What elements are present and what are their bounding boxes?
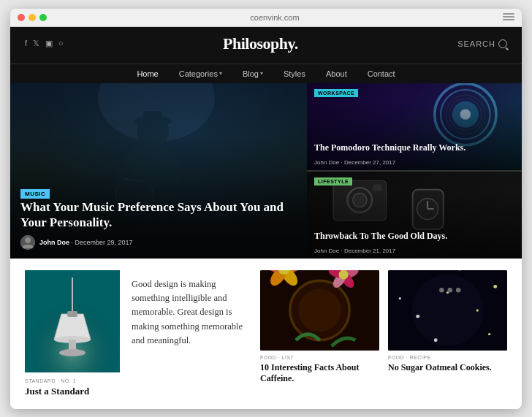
facebook-icon[interactable]: f <box>25 39 27 48</box>
bottom-card-caffeine[interactable]: FOOD · LIST 10 Interesting Facts About C… <box>260 270 379 397</box>
bottom-left-article[interactable]: STANDARD · NO. 1 Just a Standard Format … <box>25 270 120 397</box>
side-article-1-title: The Pomodoro Technique Really Works. <box>314 142 514 154</box>
side-article-1-badge: WORKSPACE <box>314 89 358 97</box>
instagram-icon[interactable]: ▣ <box>45 39 53 48</box>
caffeine-card-title: 10 Interesting Facts About Caffeine. <box>260 362 379 385</box>
nav-label-contact: Contact <box>368 69 395 78</box>
hero-gradient-overlay <box>10 83 307 259</box>
lamp-image <box>25 270 120 372</box>
address-bar[interactable]: coenvink.com <box>53 13 497 22</box>
cookies-card-title: No Sugar Oatmeal Cookies. <box>388 362 507 374</box>
hero-title[interactable]: What Your Music Preference Says About Yo… <box>20 199 297 231</box>
nav-item-about[interactable]: About <box>323 64 350 83</box>
chevron-down-icon: ▾ <box>219 70 222 77</box>
bottom-left-text: STANDARD · NO. 1 Just a Standard Format … <box>25 378 120 397</box>
cookies-card-image <box>388 270 507 351</box>
hero-main[interactable]: MUSIC What Your Music Preference Says Ab… <box>10 83 307 259</box>
side-article-2-meta: John Doe · December 21, 2017 <box>314 248 395 254</box>
hero-section: MUSIC What Your Music Preference Says Ab… <box>10 83 522 259</box>
svg-point-31 <box>59 349 86 356</box>
maximize-button[interactable] <box>39 14 47 21</box>
browser-chrome: coenvink.com <box>10 9 522 27</box>
side-article-2-title: Throwback To The Good Old Days. <box>314 231 514 242</box>
author-avatar <box>20 235 35 250</box>
twitter-icon[interactable]: 𝕏 <box>33 39 39 48</box>
nav-label-home: Home <box>137 69 158 78</box>
nav-item-styles[interactable]: Styles <box>281 64 308 83</box>
site-logo[interactable]: Philosophy. <box>223 34 298 53</box>
nav-item-categories[interactable]: Categories ▾ <box>176 64 225 83</box>
site-content: f 𝕏 ▣ ○ Philosophy. SEARCH Home Categori… <box>10 27 522 409</box>
site-header: f 𝕏 ▣ ○ Philosophy. SEARCH <box>10 27 522 64</box>
hero-date: December 29, 2017 <box>75 239 133 246</box>
bottom-section: STANDARD · NO. 1 Just a Standard Format … <box>10 259 522 409</box>
hero-side: WORKSPACE The Pomodoro Technique Really … <box>307 83 522 259</box>
side-article-1-author: John Doe <box>314 159 339 166</box>
bottom-center-quote: Good design is making something intellig… <box>132 270 248 397</box>
side-article-2-author: John Doe <box>314 248 339 254</box>
nav-item-home[interactable]: Home <box>134 64 161 83</box>
pinterest-icon[interactable]: ○ <box>58 39 64 48</box>
nav-item-blog[interactable]: Blog ▾ <box>240 64 266 83</box>
social-icons: f 𝕏 ▣ ○ <box>25 39 64 48</box>
hero-author: John Doe <box>39 239 69 246</box>
chevron-down-icon: ▾ <box>260 70 263 77</box>
side-article-2-badge: LIFESTYLE <box>314 177 352 185</box>
bottom-left-title[interactable]: Just a Standard Format Post. <box>25 386 120 397</box>
svg-point-8 <box>25 237 31 243</box>
bottom-left-tag: STANDARD · NO. 1 <box>25 378 120 383</box>
cookies-card-overlay <box>388 270 507 351</box>
menu-icon[interactable] <box>503 13 514 22</box>
caffeine-card-tag: FOOD · LIST <box>260 355 379 360</box>
minimize-button[interactable] <box>28 14 36 21</box>
side-article-1-date: December 27, 2017 <box>344 159 395 166</box>
browser-window: coenvink.com f 𝕏 ▣ ○ Philosophy. SEARCH <box>10 9 522 409</box>
hero-meta: John Doe · December 29, 2017 <box>20 235 133 250</box>
nav-label-about: About <box>326 69 347 78</box>
lamp-icon <box>25 270 120 372</box>
bottom-quote-text: Good design is making something intellig… <box>132 278 248 348</box>
search-label: SEARCH <box>457 39 495 48</box>
coffee-card-image <box>260 270 379 351</box>
nav-label-styles: Styles <box>284 69 305 78</box>
nav-label-blog: Blog <box>243 69 259 78</box>
bottom-right-cards: FOOD · LIST 10 Interesting Facts About C… <box>260 270 507 397</box>
side-article-2-date: December 21, 2017 <box>344 248 395 254</box>
coffee-card-overlay <box>260 270 379 351</box>
cookies-card-tag: FOOD · RECIPE <box>388 355 507 360</box>
traffic-lights <box>18 14 47 21</box>
bottom-card-cookies[interactable]: FOOD · RECIPE No Sugar Oatmeal Cookies. <box>388 270 507 397</box>
nav-item-contact[interactable]: Contact <box>365 64 398 83</box>
header-top: f 𝕏 ▣ ○ Philosophy. SEARCH <box>25 34 507 53</box>
hero-meta-text: John Doe · December 29, 2017 <box>39 239 133 246</box>
side-article-1-meta: John Doe · December 27, 2017 <box>314 159 395 166</box>
side-article-1[interactable]: WORKSPACE The Pomodoro Technique Really … <box>307 83 522 172</box>
header-search[interactable]: SEARCH <box>457 39 507 48</box>
svg-rect-28 <box>67 311 77 317</box>
side-article-2[interactable]: LIFESTYLE Throwback To The Good Old Days… <box>307 172 522 259</box>
hero-category-badge[interactable]: MUSIC <box>20 189 50 199</box>
nav-label-categories: Categories <box>179 69 218 78</box>
site-nav: Home Categories ▾ Blog ▾ Styles About Co… <box>10 64 522 83</box>
close-button[interactable] <box>18 14 25 21</box>
search-icon[interactable] <box>498 39 507 48</box>
